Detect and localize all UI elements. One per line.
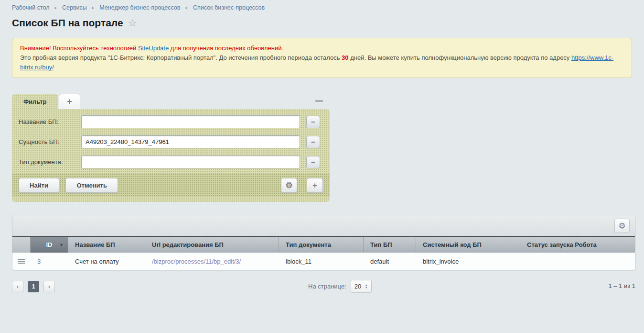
cell-syscode: bitrix_invoice [416,258,520,265]
column-header-url[interactable]: Url редактирования БП [145,237,279,253]
minus-icon: − [311,138,315,146]
bp-edit-link[interactable]: /bizproc/processes/11/bp_edit/3/ [152,258,241,265]
remove-field-doctype-button[interactable]: − [306,156,320,168]
siteupdate-link[interactable]: SiteUpdate [138,44,169,52]
breadcrumb: Рабочий стол ▸ Сервисы ▸ Менеджер бизнес… [12,0,632,11]
breadcrumb-separator-icon: ▸ [54,5,57,10]
breadcrumb-separator-icon: ▸ [92,5,95,10]
bp-grid: ⚙ ID ▼ Название БП Url редактирования БП… [12,215,635,270]
per-page-control: На странице: 20 ▲ ▼ [308,280,372,293]
next-page-button[interactable]: › [43,281,55,292]
tab-filter[interactable]: Фильтр [12,94,58,109]
chevron-right-icon: › [48,283,50,290]
cell-id: 3 [31,258,68,265]
filter-input-name[interactable] [81,115,300,128]
grid-settings-button[interactable]: ⚙ [614,219,630,233]
cell-name: Счет на оплату [68,258,145,265]
grid-header: ID ▼ Название БП Url редактирования БП Т… [12,236,635,253]
grid-toolbar: ⚙ [12,215,635,236]
column-header-syscode[interactable]: Системный код БП [416,237,520,253]
filter-row-doctype: Тип документа: − [19,155,323,168]
cancel-button[interactable]: Отменить [65,178,118,193]
favorite-star-icon[interactable]: ☆ [129,17,137,29]
filter-label-doctype: Тип документа: [19,158,81,166]
filter-label-entity: Сущность БП: [19,138,81,145]
sort-arrow-icon: ▼ [59,243,64,247]
filter-input-entity[interactable] [81,135,300,148]
filter-footer-icons: ⚙ + [281,178,323,193]
minus-icon: − [311,158,315,166]
per-page-value: 20 [354,283,365,290]
cell-doctype: iblock_11 [279,258,364,265]
breadcrumb-item-desktop[interactable]: Рабочий стол [12,4,49,11]
filter-input-doctype[interactable] [81,155,300,168]
page-title: Список БП на портале [12,17,123,29]
header-control-column [12,237,31,253]
notice-trial-line: Это пробная версия продукта "1С-Битрикс:… [20,53,624,72]
filter-row-entity: Сущность БП: − [19,135,323,148]
gear-icon: ⚙ [618,222,625,230]
filter-add-field-button[interactable]: + [307,178,323,193]
column-header-doctype[interactable]: Тип документа [279,237,364,253]
row-menu-button[interactable] [12,258,31,265]
breadcrumb-item-bp-list[interactable]: Список бизнес-процессов [193,4,265,11]
gear-icon: ⚙ [285,181,292,189]
filter-minimize-button[interactable] [315,100,323,102]
column-header-name[interactable]: Название БП [68,237,145,253]
breadcrumb-item-services[interactable]: Сервисы [62,4,87,11]
notice-line2-prefix: Это пробная версия продукта "1С-Битрикс:… [20,54,342,61]
filter-settings-button[interactable]: ⚙ [281,178,297,193]
filter-panel: Название БП: − Сущность БП: − Тип докуме… [12,109,330,202]
prev-page-button[interactable]: ‹ [12,281,23,292]
chevron-left-icon: ‹ [17,283,19,290]
remove-field-entity-button[interactable]: − [306,136,320,148]
add-filter-tab-button[interactable]: + [59,94,80,109]
cell-url: /bizproc/processes/11/bp_edit/3/ [145,258,279,265]
remove-field-name-button[interactable]: − [306,116,320,128]
notice-update-line: Внимание! Воспользуйтесь технологией Sit… [20,44,624,53]
trial-days-left: 30 [342,54,348,61]
minus-icon: − [311,118,315,126]
filter-label-name: Название БП: [19,118,81,125]
trial-notice: Внимание! Воспользуйтесь технологией Sit… [12,38,632,78]
spinner-icon: ▲ ▼ [365,284,368,289]
notice-line1-suffix: для получения последних обновлений. [169,44,283,52]
notice-line1-prefix: Внимание! Воспользуйтесь технологией [20,44,138,52]
per-page-label: На странице: [308,283,346,290]
column-header-id-label: ID [46,241,53,248]
find-button[interactable]: Найти [19,178,59,193]
title-row: Список БП на портале ☆ [12,17,632,29]
filter-section: Фильтр + Название БП: − Сущность БП: − Т… [12,94,330,202]
cell-bptype: default [364,258,416,265]
spinner-down-icon: ▼ [365,287,368,289]
current-page-button[interactable]: 1 [28,281,39,292]
filter-footer: Найти Отменить ⚙ + [12,174,330,197]
column-header-id[interactable]: ID ▼ [31,237,68,253]
breadcrumb-item-bp-manager[interactable]: Менеджер бизнес-процессов [99,4,180,11]
table-row: 3 Счет на оплату /bizproc/processes/11/b… [12,253,635,270]
per-page-select[interactable]: 20 ▲ ▼ [351,280,372,293]
filter-row-name: Название БП: − [19,115,323,128]
filter-tabs: Фильтр + [12,94,330,109]
filter-actions: Найти Отменить [19,178,118,193]
page: Рабочий стол ▸ Сервисы ▸ Менеджер бизнес… [0,0,644,293]
column-header-bptype[interactable]: Тип БП [364,237,416,253]
filter-fields: Название БП: − Сущность БП: − Тип докуме… [12,109,330,174]
breadcrumb-separator-icon: ▸ [185,5,188,10]
hamburger-icon [18,258,25,265]
pagination: ‹ 1 › На странице: 20 ▲ ▼ 1 – 1 из 1 [12,280,635,293]
records-range-label: 1 – 1 из 1 [608,282,635,289]
notice-line2-middle: дней. Вы можете купить полнофункциональн… [349,54,571,61]
column-header-robot-status[interactable]: Статус запуска Робота [520,237,635,253]
plus-icon: + [312,181,317,190]
